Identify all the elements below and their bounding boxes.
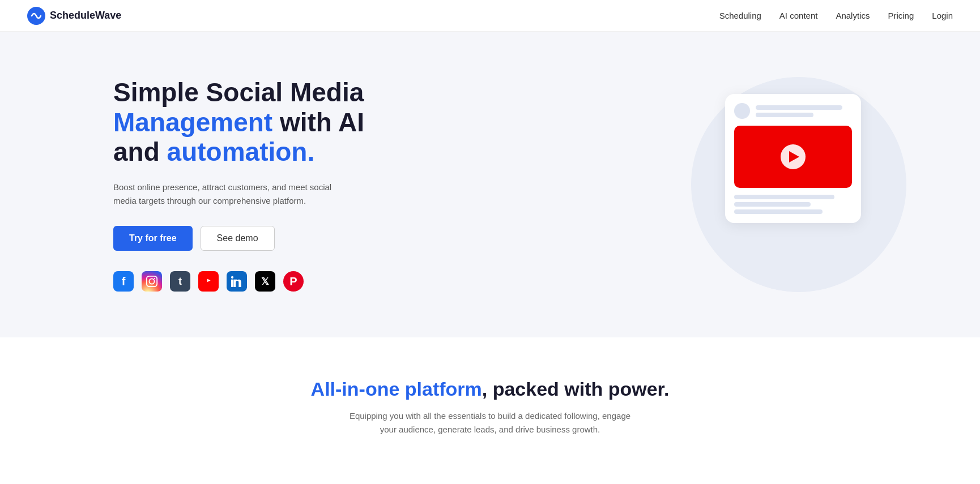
card-line-2: [756, 113, 813, 117]
logo[interactable]: ScheduleWave: [27, 7, 121, 25]
nav-login[interactable]: Login: [932, 11, 953, 20]
card-bottom-lines: [734, 195, 852, 214]
play-triangle-icon: [789, 151, 799, 162]
card-video-thumbnail: [734, 126, 852, 188]
nav-pricing[interactable]: Pricing: [888, 11, 914, 20]
svg-point-3: [154, 278, 155, 279]
hero-title-blue2: automation.: [167, 137, 315, 166]
hero-title-line3-prefix: and: [113, 137, 167, 166]
card-line-1: [756, 105, 842, 110]
svg-point-2: [149, 279, 154, 284]
card-bottom-line-1: [734, 195, 834, 199]
section2: All-in-one platform, packed with power. …: [0, 337, 980, 470]
logo-icon: [27, 7, 45, 25]
instagram-icon[interactable]: [142, 271, 162, 292]
logo-text: ScheduleWave: [50, 10, 121, 22]
tumblr-icon[interactable]: t: [170, 271, 190, 292]
nav-ai-content[interactable]: AI content: [779, 11, 818, 20]
nav-analytics[interactable]: Analytics: [836, 11, 870, 20]
linkedin-icon[interactable]: [227, 271, 247, 292]
navbar: ScheduleWave Scheduling AI content Analy…: [0, 0, 980, 32]
youtube-icon[interactable]: [198, 271, 219, 292]
hero-visual: [674, 71, 935, 298]
hero-content: Simple Social Media Management with AI a…: [113, 78, 364, 292]
section2-title: All-in-one platform, packed with power.: [27, 378, 953, 400]
card-bottom-line-2: [734, 202, 811, 207]
hero-title-blue1: Management: [113, 108, 272, 137]
hero-title-rest1: with AI: [272, 108, 364, 137]
facebook-icon[interactable]: f: [113, 271, 134, 292]
card-lines: [756, 105, 852, 117]
nav-links: Scheduling AI content Analytics Pricing …: [719, 11, 953, 20]
see-demo-button[interactable]: See demo: [201, 226, 275, 251]
play-button: [781, 144, 806, 169]
hero-subtitle: Boost online presence, attract customers…: [113, 181, 351, 208]
card-header: [734, 103, 852, 119]
try-for-free-button[interactable]: Try for free: [113, 226, 193, 251]
section2-title-blue: All-in-one platform: [311, 378, 482, 400]
pinterest-icon[interactable]: P: [283, 271, 304, 292]
hero-title: Simple Social Media Management with AI a…: [113, 78, 364, 168]
hero-section: Simple Social Media Management with AI a…: [0, 32, 980, 337]
section2-title-rest: , packed with power.: [482, 378, 670, 400]
nav-scheduling[interactable]: Scheduling: [719, 11, 761, 20]
svg-rect-1: [147, 276, 157, 286]
card-bottom-line-3: [734, 209, 823, 214]
section2-subtitle: Equipping you with all the essentials to…: [343, 409, 637, 436]
card-avatar: [734, 103, 750, 119]
social-icons-row: f t: [113, 271, 364, 292]
x-icon[interactable]: 𝕏: [255, 271, 275, 292]
hero-title-line1: Simple Social Media: [113, 78, 364, 107]
hero-card: [725, 94, 861, 223]
hero-buttons: Try for free See demo: [113, 226, 364, 251]
